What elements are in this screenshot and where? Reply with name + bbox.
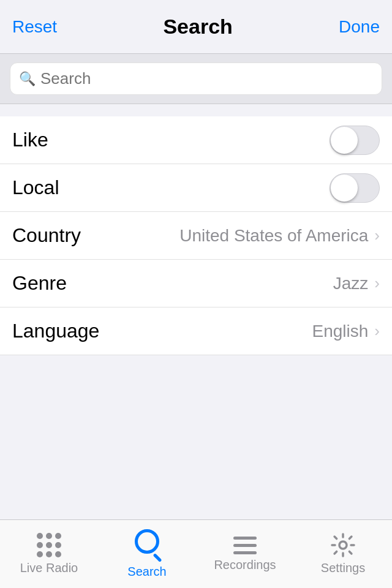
language-right: English › xyxy=(312,322,380,341)
svg-point-0 xyxy=(339,541,347,549)
live-radio-icon xyxy=(37,533,61,557)
language-label: Language xyxy=(12,320,99,342)
like-label: Like xyxy=(12,129,48,151)
nav-bar: Reset Search Done xyxy=(0,0,392,54)
like-row[interactable]: Like xyxy=(0,116,392,164)
search-bar[interactable]: 🔍 xyxy=(10,62,382,95)
nav-title: Search xyxy=(163,15,232,39)
tab-settings[interactable]: Settings xyxy=(294,520,392,588)
search-tab-label: Search xyxy=(127,565,166,579)
tab-recordings[interactable]: Recordings xyxy=(196,520,294,588)
recordings-icon xyxy=(233,537,257,554)
settings-label: Settings xyxy=(321,561,365,575)
local-toggle[interactable] xyxy=(330,173,380,203)
search-tab-icon xyxy=(132,529,162,561)
done-button[interactable]: Done xyxy=(339,17,380,37)
filter-list: Like Local Country United States of Amer… xyxy=(0,116,392,355)
live-radio-label: Live Radio xyxy=(20,561,78,575)
local-row[interactable]: Local xyxy=(0,164,392,212)
search-input[interactable] xyxy=(40,69,373,88)
like-toggle[interactable] xyxy=(330,126,380,155)
local-toggle-thumb xyxy=(331,175,358,202)
tab-live-radio[interactable]: Live Radio xyxy=(0,520,98,588)
country-right: United States of America › xyxy=(179,226,380,246)
search-bar-container: 🔍 xyxy=(0,54,392,104)
like-toggle-thumb xyxy=(331,127,358,154)
genre-label: Genre xyxy=(12,272,67,295)
settings-gear-icon xyxy=(331,533,355,557)
genre-right: Jazz › xyxy=(333,274,380,293)
country-row[interactable]: Country United States of America › xyxy=(0,212,392,260)
country-label: Country xyxy=(12,224,81,247)
search-icon: 🔍 xyxy=(19,71,36,87)
reset-button[interactable]: Reset xyxy=(12,17,57,37)
language-chevron-icon: › xyxy=(374,322,380,341)
recordings-label: Recordings xyxy=(214,558,276,572)
genre-value: Jazz xyxy=(333,274,369,293)
language-value: English xyxy=(312,322,368,341)
country-chevron-icon: › xyxy=(374,226,380,245)
language-row[interactable]: Language English › xyxy=(0,307,392,355)
tab-bar: Live Radio Search Recordings Settings xyxy=(0,519,392,588)
genre-chevron-icon: › xyxy=(374,274,380,293)
genre-row[interactable]: Genre Jazz › xyxy=(0,260,392,307)
country-value: United States of America xyxy=(179,226,368,246)
local-label: Local xyxy=(12,176,59,199)
tab-search[interactable]: Search xyxy=(98,520,196,588)
